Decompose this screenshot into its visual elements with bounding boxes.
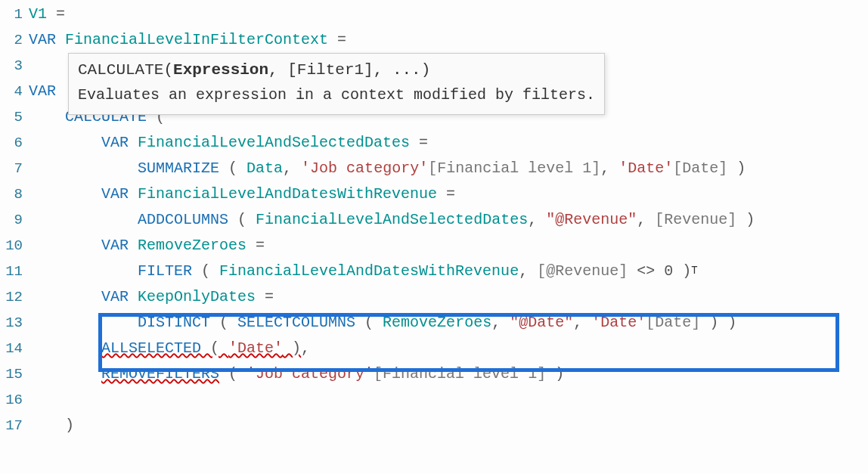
function-distinct: DISTINCT [138,314,210,331]
code-line[interactable]: 12 VAR KeepOnlyDates = [0,284,868,310]
operator-neq: <> [628,262,664,280]
code-line[interactable]: 17 ) [0,413,868,438]
comma: , [283,160,301,177]
paren-open: ( [355,314,383,331]
code-line[interactable]: 3 CALCULATE(Expression, [Filter1], ...) … [0,53,868,79]
operator-equals: = [410,134,428,151]
code-line[interactable]: 11 FILTER ( FinancialLevelAndDatesWithRe… [0,259,868,284]
string-literal: 'Date' [618,160,673,177]
tooltip-signature: CALCULATE(Expression, [Filter1], ...) [78,58,595,82]
paren-open: ( [219,365,246,383]
identifier: FinancialLevelAndDatesWithRevenue [129,185,437,203]
code-editor[interactable]: 1 V1 = 2 VAR FinancialLevelInFilterConte… [0,2,868,438]
code-content[interactable]: SUMMARIZE ( Data, 'Job category'[Financi… [29,156,868,181]
code-line[interactable]: 9 ADDCOLUMNS ( FinancialLevelAndSelected… [0,207,868,233]
column-ref: [Financial level 1] [428,160,600,177]
column-ref: [Financial level 1] [374,365,546,383]
string-literal: 'Date' [228,339,283,357]
keyword-var: VAR [101,288,129,305]
code-line[interactable]: 7 SUMMARIZE ( Data, 'Job category'[Finan… [0,156,868,181]
code-content[interactable]: ) [29,413,868,438]
line-number: 3 [0,54,29,78]
paren-open: ( [210,314,237,331]
string-literal: 'Date' [591,314,646,331]
code-line[interactable]: 16 [0,387,868,413]
code-content[interactable]: VAR RemoveZeroes = [29,233,868,259]
line-number: 10 [0,234,29,258]
keyword-var: VAR [101,134,129,151]
code-line[interactable]: 8 VAR FinancialLevelAndDatesWithRevenue … [0,181,868,207]
tooltip-arg-current: Expression [173,61,268,79]
identifier: V1 [29,5,47,23]
identifier: Data [246,160,283,177]
operator-equals: = [328,31,346,48]
comma: , [573,314,591,331]
column-ref: [@Revenue] [537,262,628,280]
code-content[interactable]: VAR FinancialLevelInFilterContext = [29,27,868,53]
code-line[interactable]: 10 VAR RemoveZeroes = [0,233,868,259]
comma: , [637,211,655,228]
line-number: 7 [0,156,29,181]
code-line[interactable]: 1 V1 = [0,2,868,27]
comma: , [528,211,546,228]
function-summarize: SUMMARIZE [138,160,219,177]
code-content[interactable]: V1 = [29,2,868,27]
comma: , [600,160,618,177]
operator-equals: = [437,185,455,203]
line-number: 8 [0,182,29,206]
code-content[interactable]: VAR FinancialLevelAndSelectedDates = [29,130,868,156]
code-content[interactable]: REMOVEFILTERS ( 'Job category'[Financial… [29,361,868,387]
function-selectcolumns: SELECTCOLUMNS [237,314,355,331]
comma: , [301,339,310,357]
line-number: 13 [0,311,29,335]
line-number: 4 [0,79,29,104]
line-number: 12 [0,285,29,309]
keyword-var: VAR [29,82,56,100]
line-number: 1 [0,2,29,26]
code-content[interactable]: VAR KeepOnlyDates = [29,284,868,310]
code-content[interactable]: FILTER ( FinancialLevelAndDatesWithReven… [29,259,868,284]
paren-close: ) [673,262,691,280]
code-line[interactable]: 13 DISTINCT ( SELECTCOLUMNS ( RemoveZero… [0,310,868,336]
identifier: KeepOnlyDates [129,288,256,305]
tooltip-fn-name: CALCULATE [78,61,163,79]
line-number: 2 [0,28,29,52]
line-number: 15 [0,362,29,386]
keyword-var: VAR [29,31,56,48]
code-line[interactable]: 15 REMOVEFILTERS ( 'Job category'[Financ… [0,361,868,387]
paren-close: ) [727,160,746,177]
paren-open: ( [228,211,256,228]
function-removefilters: REMOVEFILTERS [101,365,219,383]
code-content[interactable]: ADDCOLUMNS ( FinancialLevelAndSelectedDa… [29,207,868,233]
comma: , [519,262,537,280]
paren-close: ) [65,417,74,434]
line-number: 6 [0,131,29,155]
function-addcolumns: ADDCOLUMNS [138,211,228,228]
paren-close: ) ) [700,314,736,331]
paren-close: ) [546,365,564,383]
string-literal: "@Date" [510,314,573,331]
function-allselected: ALLSELECTED [101,339,201,357]
code-line[interactable]: 2 VAR FinancialLevelInFilterContext = [0,27,868,53]
column-ref: [Date] [673,160,727,177]
text-cursor: T [691,265,697,277]
code-content[interactable]: VAR FinancialLevelAndDatesWithRevenue = [29,181,868,207]
column-ref: [Revenue] [655,211,736,228]
code-content[interactable]: ALLSELECTED ( 'Date' ), [29,336,868,361]
comma: , [491,314,510,331]
code-line[interactable]: 14 ALLSELECTED ( 'Date' ), [0,336,868,361]
identifier: FinancialLevelInFilterContext [56,31,328,48]
operator-equals: = [246,237,265,254]
code-content[interactable]: DISTINCT ( SELECTCOLUMNS ( RemoveZeroes,… [29,310,868,336]
paren-open: ( [201,339,228,357]
identifier: FinancialLevelAndSelectedDates [256,211,528,228]
line-number: 9 [0,208,29,232]
string-literal: 'Job category' [246,365,374,383]
code-line[interactable]: 6 VAR FinancialLevelAndSelectedDates = [0,130,868,156]
operator-equals: = [47,5,65,23]
line-number: 5 [0,105,29,129]
code-content[interactable] [29,387,868,413]
paren-open: ( [192,262,219,280]
line-number: 16 [0,388,29,412]
literal-zero: 0 [664,262,673,280]
